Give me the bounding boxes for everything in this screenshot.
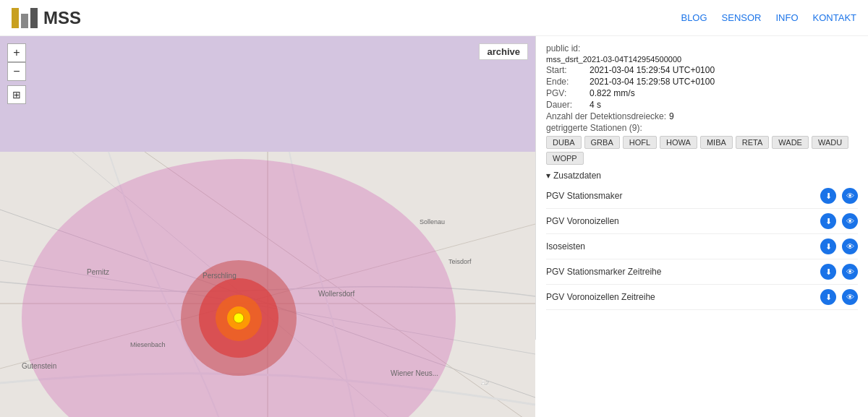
svg-text:Teisdorf: Teisdorf <box>448 258 472 265</box>
station-tag: RETA <box>736 136 770 149</box>
svg-point-13 <box>234 313 244 323</box>
download-button[interactable]: ⬇ <box>820 188 836 204</box>
station-tag: HOFL <box>623 136 657 149</box>
zusatz-row: Isoseisten ⬇ 👁 <box>546 234 858 259</box>
station-tag: WOPP <box>546 152 584 165</box>
station-tag: GRBA <box>584 136 620 149</box>
logo: MSS <box>12 8 81 28</box>
download-button[interactable]: ⬇ <box>820 213 836 229</box>
zusatz-row-icons: ⬇ 👁 <box>820 264 858 280</box>
zusatz-label: Zusatzdaten <box>553 171 601 181</box>
svg-text:Sollenau: Sollenau <box>420 218 445 225</box>
zusatz-row-icons: ⬇ 👁 <box>820 238 858 254</box>
start-value: 2021-03-04 15:29:54 UTC+0100 <box>590 65 715 75</box>
logo-bar-gray <box>21 14 28 28</box>
svg-text:Gutenstein: Gutenstein <box>22 362 56 370</box>
logo-bars <box>12 8 38 28</box>
zusatz-row-label: PGV Voronoizellen Zeitreihe <box>546 292 655 302</box>
zusatz-row: PGV Voronoizellen ⬇ 👁 <box>546 209 858 234</box>
public-id-value: mss_dsrt_2021-03-04T142954500000 <box>546 55 681 64</box>
archive-badge: archive <box>479 43 528 60</box>
zusatz-row-label: PGV Voronoizellen <box>546 216 619 226</box>
eye-button[interactable]: 👁 <box>842 289 858 305</box>
nav-link-info[interactable]: INFO <box>776 12 799 23</box>
svg-text:Miesenbach: Miesenbach <box>130 341 166 348</box>
zusatz-row-icons: ⬇ 👁 <box>820 188 858 204</box>
dauer-label: Dauer: <box>546 100 590 110</box>
svg-text:Wiener Neus...: Wiener Neus... <box>391 369 438 377</box>
public-id-row: public id: <box>546 43 858 53</box>
detektions-value: 9 <box>669 111 674 121</box>
public-id-value-row: mss_dsrt_2021-03-04T142954500000 <box>546 55 858 64</box>
svg-text:Perschling: Perschling <box>203 272 237 280</box>
eye-button[interactable]: 👁 <box>842 264 858 280</box>
stationen-label: getriggerte Stationen (9): <box>546 123 642 133</box>
eye-button[interactable]: 👁 <box>842 238 858 254</box>
logo-bar-dark <box>30 8 38 28</box>
station-tag: DUBA <box>546 136 582 149</box>
right-panel: public id: mss_dsrt_2021-03-04T142954500… <box>535 36 868 340</box>
eye-button[interactable]: 👁 <box>842 213 858 229</box>
station-tag: MIBA <box>700 136 733 149</box>
map-container[interactable]: Pernitz Miesenbach Perschling Wollersdor… <box>0 36 535 417</box>
zusatz-row-icons: ⬇ 👁 <box>820 213 858 229</box>
logo-text: MSS <box>43 8 81 28</box>
map-zoom-controls: + − ⊞ <box>7 43 26 104</box>
svg-text:A2: A2 <box>481 379 489 387</box>
zusatz-row: PGV Stationsmarker Zeitreihe ⬇ 👁 <box>546 259 858 285</box>
dauer-row: Dauer: 4 s <box>546 100 858 110</box>
logo-bar-gold <box>12 8 19 28</box>
zusatz-row-label: PGV Stationsmaker <box>546 191 622 201</box>
zusatz-chevron: ▾ <box>546 171 550 181</box>
svg-text:Wollersdorf: Wollersdorf <box>318 290 355 298</box>
nav-link-blog[interactable]: BLOG <box>681 12 707 23</box>
station-tag: HOWA <box>660 136 697 149</box>
download-button[interactable]: ⬇ <box>820 289 836 305</box>
header: MSS BLOGSENSORINFOKONTAKT <box>0 0 868 36</box>
zusatz-rows: PGV Stationsmaker ⬇ 👁 PGV Voronoizellen … <box>546 184 858 310</box>
nav-link-sensor[interactable]: SENSOR <box>722 12 762 23</box>
station-tag: WADE <box>772 136 809 149</box>
stationen-label-row: getriggerte Stationen (9): <box>546 123 858 133</box>
pgv-value: 0.822 mm/s <box>590 88 635 98</box>
download-button[interactable]: ⬇ <box>820 264 836 280</box>
start-row: Start: 2021-03-04 15:29:54 UTC+0100 <box>546 65 858 75</box>
detektions-row: Anzahl der Detektionsdreiecke: 9 <box>546 111 858 121</box>
zusatz-row-label: Isoseisten <box>546 241 585 252</box>
svg-text:Pernitz: Pernitz <box>87 268 109 276</box>
zoom-in-button[interactable]: + <box>7 43 26 62</box>
nav-link-kontakt[interactable]: KONTAKT <box>813 12 856 23</box>
ende-row: Ende: 2021-03-04 15:29:58 UTC+0100 <box>546 77 858 87</box>
start-label: Start: <box>546 65 590 75</box>
eye-button[interactable]: 👁 <box>842 188 858 204</box>
pgv-row: PGV: 0.822 mm/s <box>546 88 858 98</box>
public-id-label: public id: <box>546 43 590 53</box>
left-column: Pernitz Miesenbach Perschling Wollersdor… <box>0 36 535 417</box>
zusatz-row: PGV Stationsmaker ⬇ 👁 <box>546 184 858 209</box>
zusatz-row: PGV Voronoizellen Zeitreihe ⬇ 👁 <box>546 285 858 310</box>
station-tags: DUBAGRBAHOFLHOWAMIBARETAWADEWADUWOPP <box>546 136 858 165</box>
zusatz-row-label: PGV Stationsmarker Zeitreihe <box>546 267 661 277</box>
station-tag: WADU <box>812 136 848 149</box>
detektions-label: Anzahl der Detektionsdreiecke: <box>546 111 666 121</box>
zusatz-row-icons: ⬇ 👁 <box>820 289 858 305</box>
pgv-label: PGV: <box>546 88 590 98</box>
zoom-out-button[interactable]: − <box>7 62 26 81</box>
ende-value: 2021-03-04 15:29:58 UTC+0100 <box>590 77 715 87</box>
layers-button[interactable]: ⊞ <box>7 85 26 104</box>
zusatz-header[interactable]: ▾ Zusatzdaten <box>546 171 858 181</box>
nav: BLOGSENSORINFOKONTAKT <box>681 12 856 23</box>
ende-label: Ende: <box>546 77 590 87</box>
dauer-value: 4 s <box>590 100 601 110</box>
download-button[interactable]: ⬇ <box>820 238 836 254</box>
main-layout: Pernitz Miesenbach Perschling Wollersdor… <box>0 36 868 417</box>
